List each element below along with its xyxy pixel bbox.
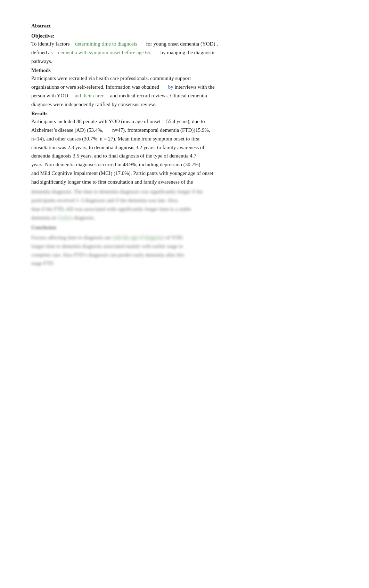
results-p4: consultation was 2.3 years, to dementia … [31, 145, 204, 150]
objective-paragraph: To identify factors determining time to … [31, 40, 338, 65]
blurred-results-3: than if the FTD, AD was associated with … [31, 206, 191, 212]
conclusion-p3-pre: complete care. Also FTD’s diagnosis can … [31, 252, 184, 258]
methods-paragraph: Participants were recruited via health c… [31, 74, 338, 108]
conclusion-p1-green2: diagnosis [145, 235, 164, 240]
conclusion-heading-text: Conclusion [31, 225, 56, 230]
methods-p3-pre: person with YOD [31, 93, 68, 98]
blurred-results-4: dementia in [31, 215, 56, 220]
conclusion-p1-green: with the age of [112, 235, 144, 240]
obj-line2-post: by mapping the diagnostic [161, 50, 216, 55]
results-p8: had significantly longer time to first c… [31, 179, 193, 185]
conclusion-p2: longer time to dementia diagnosis associ… [31, 243, 183, 249]
methods-p1: Participants were recruited via health c… [31, 75, 191, 81]
obj-line1-post: for young onset dementia (YOD) [146, 41, 215, 47]
abstract-heading-text: Abstract [31, 23, 51, 29]
methods-heading: Methods [31, 67, 338, 73]
methods-p3-green: and their carer, [74, 93, 105, 98]
results-p1: Participants included 88 people with YOD… [31, 119, 205, 124]
results-p2-post: n=47), frontotemporal dementia (FTD)(15.… [112, 127, 210, 133]
results-paragraph: Participants included 88 people with YOD… [31, 117, 338, 186]
results-heading-text: Results [31, 111, 48, 116]
obj-line3: pathways. [31, 58, 52, 64]
conclusion-heading: Conclusion [31, 223, 338, 232]
conclusion-paragraph: Factors affecting time to diagnosis are … [31, 233, 338, 268]
page-container: Abstract Objective: To identify factors … [0, 0, 369, 290]
methods-p2-blue: by [168, 84, 173, 90]
blurred-results-2: participants received 1–3 diagnoses and … [31, 198, 179, 203]
blurred-results: dementia diagnosis. The time to dementia… [31, 187, 338, 222]
results-p2-pre: Alzheimer’s disease (AD) (53.4%, [31, 127, 104, 133]
blurred-results-4-post: diagnosis. [74, 215, 95, 220]
conclusion-p1-post: of YOD. [166, 235, 184, 240]
obj-line2-green: dementia with symptom onset before age 6… [58, 50, 152, 55]
methods-p2-pre: organisations or were self-referred. Inf… [31, 84, 159, 90]
blurred-results-4-green: Correct [57, 215, 73, 220]
obj-line1-pre: To identify factors [31, 41, 70, 47]
methods-p3-post: and medical record reviews. Clinical dem… [110, 93, 207, 98]
conclusion-p3-post: stage FTD. [31, 260, 55, 266]
obj-line1-green: determining time to diagnosis [75, 41, 137, 47]
methods-heading-text: Methods [31, 67, 51, 73]
results-heading: Results [31, 111, 338, 116]
abstract-heading: Abstract [31, 23, 338, 29]
results-p7: and Mild Cognitive Impairment (MCI) (17.… [31, 170, 213, 176]
results-p3: n=14), and other causes (30.7%, n = 27).… [31, 136, 199, 142]
methods-p4: diagnoses were independently ratified by… [31, 102, 156, 107]
conclusion-p1-pre: Factors affecting time to diagnosis are [31, 235, 111, 240]
obj-line2-pre: defined as [31, 50, 52, 55]
methods-p2-post: interviews with the [175, 84, 215, 90]
objective-heading-text: Objective: [31, 33, 55, 39]
results-p5: dementia diagnosis 3.5 years, and to fin… [31, 153, 196, 159]
results-p6: years. Non-dementia diagnoses occurred i… [31, 162, 200, 167]
blurred-results-1: dementia diagnosis. The time to dementia… [31, 189, 203, 194]
objective-heading: Objective: [31, 33, 338, 39]
